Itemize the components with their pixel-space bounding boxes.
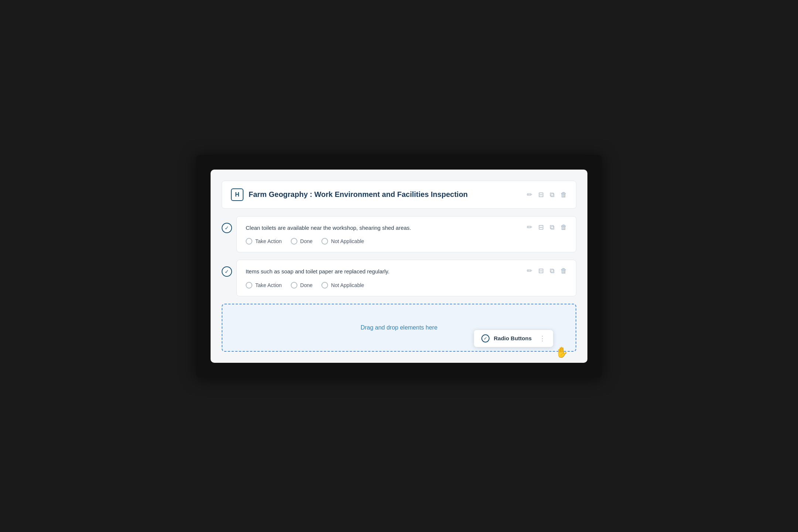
question-1-radio-not-applicable[interactable] [321,238,328,245]
widget-label: Radio Buttons [494,335,532,341]
question-2-radio-done[interactable] [291,282,297,289]
question-1-content: Clean toilets are available near the wor… [246,224,527,245]
page-title: Farm Geography : Work Environment and Fa… [249,190,468,199]
delete-icon[interactable]: 🗑 [560,191,567,198]
question-1-actions: ✏ ⊟ ⧉ 🗑 [527,224,567,231]
question-2-check-badge: ✓ [222,266,232,277]
save-icon[interactable]: ⊟ [538,191,544,198]
question-2-option-done[interactable]: Done [291,282,313,289]
question-2-wrapper: ✓ Items such as soap and toilet paper ar… [222,260,576,296]
inner-container: H Farm Geography : Work Environment and … [211,170,587,363]
question-2-label-not-applicable: Not Applicable [331,282,364,288]
header-left: H Farm Geography : Work Environment and … [231,188,468,201]
outer-frame: H Farm Geography : Work Environment and … [196,155,602,378]
question-2-radio-not-applicable[interactable] [321,282,328,289]
question-1-copy-icon[interactable]: ⧉ [550,224,555,231]
question-2-content: Items such as soap and toilet paper are … [246,267,527,289]
question-2-radio-take-action[interactable] [246,282,252,289]
question-1-option-take-action[interactable]: Take Action [246,238,282,245]
radio-buttons-widget[interactable]: ✓ Radio Buttons ⋮ [474,330,554,347]
question-2-actions: ✏ ⊟ ⧉ 🗑 [527,267,567,274]
copy-icon[interactable]: ⧉ [550,191,555,198]
question-1-check-badge: ✓ [222,223,232,233]
question-2-copy-icon[interactable]: ⧉ [550,267,555,274]
question-2-edit-icon[interactable]: ✏ [527,267,532,274]
widget-check-icon: ✓ [481,334,490,342]
header-card: H Farm Geography : Work Environment and … [222,181,576,209]
drag-drop-zone[interactable]: Drag and drop elements here ✓ Radio Butt… [222,304,576,352]
question-2-save-icon[interactable]: ⊟ [538,267,544,274]
question-1-label-not-applicable: Not Applicable [331,238,364,244]
question-2-option-not-applicable[interactable]: Not Applicable [321,282,364,289]
widget-dots-icon[interactable]: ⋮ [539,334,546,342]
question-1-delete-icon[interactable]: 🗑 [560,224,567,231]
question-1-label-take-action: Take Action [255,238,282,244]
question-1-save-icon[interactable]: ⊟ [538,224,544,231]
question-1-label-done: Done [300,238,313,244]
question-2-text: Items such as soap and toilet paper are … [246,267,527,276]
question-2-radio-group: Take Action Done Not Applicable [246,282,527,289]
question-1-edit-icon[interactable]: ✏ [527,224,532,231]
question-1-radio-group: Take Action Done Not Applicable [246,238,527,245]
question-1-radio-done[interactable] [291,238,297,245]
question-2-card: Items such as soap and toilet paper are … [236,260,576,296]
question-1-radio-take-action[interactable] [246,238,252,245]
question-1-card: Clean toilets are available near the wor… [236,216,576,253]
drag-cursor-icon: ✋ [555,346,568,358]
h-badge: H [231,188,243,201]
question-2-label-done: Done [300,282,313,288]
drag-drop-text: Drag and drop elements here [361,324,437,331]
question-1-option-done[interactable]: Done [291,238,313,245]
question-1-text: Clean toilets are available near the wor… [246,224,527,232]
question-2-label-take-action: Take Action [255,282,282,288]
question-2-option-take-action[interactable]: Take Action [246,282,282,289]
question-2-delete-icon[interactable]: 🗑 [560,267,567,274]
edit-icon[interactable]: ✏ [527,191,532,198]
question-1-wrapper: ✓ Clean toilets are available near the w… [222,216,576,253]
header-actions: ✏ ⊟ ⧉ 🗑 [527,191,567,198]
question-1-option-not-applicable[interactable]: Not Applicable [321,238,364,245]
